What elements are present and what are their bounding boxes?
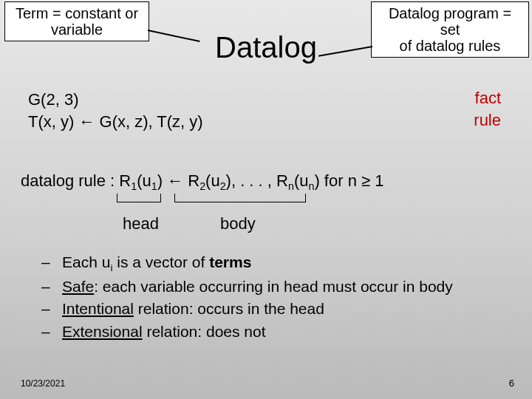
bullet-dash: – [41,321,62,343]
b3-rest: relation: occurs in the head [134,300,324,317]
bullet-4: – Extensional relation: does not [41,321,453,343]
rf-prefix: datalog rule : R [21,171,131,190]
callout-term-l1: Term = constant or [13,5,141,21]
label-head: head [123,214,159,233]
b4-u: Extensional [62,323,143,340]
bullet-4-text: Extensional relation: does not [62,321,266,343]
bullet-dash: – [41,276,62,298]
rf-o1: (u [137,171,151,190]
example-fact: G(2, 3) [28,89,203,111]
rf-s4: 2 [220,180,226,192]
rf-mid: ) ← R [157,171,200,190]
rf-s1: 1 [131,180,137,192]
bullet-2: – Safe: each variable occurring in head … [41,276,453,298]
label-body: body [220,214,256,233]
rf-o2: (u [205,171,220,190]
footer-page: 6 [509,378,514,389]
slide-title: Datalog [0,31,532,64]
bullet-dash: – [41,251,62,276]
label-rule: rule [474,111,501,130]
rf-tail: ) for n ≥ 1 [314,171,383,190]
bullet-dash: – [41,298,62,320]
bracket-head [117,194,161,202]
b4-rest: relation: does not [143,323,266,340]
bullet-1-text: Each ui is a vector of terms [62,251,251,276]
bullet-3: – Intentional relation: occurs in the he… [41,298,453,320]
b1-bold: terms [209,253,251,270]
bracket-body [174,194,306,202]
b3-u: Intentional [62,300,134,317]
rf-s3: 2 [200,180,205,192]
b1-pre: Each u [62,253,110,270]
label-fact: fact [475,89,501,108]
bullet-1: – Each ui is a vector of terms [41,251,453,276]
b2-u: Safe [62,278,94,295]
footer-date: 10/23/2021 [21,378,65,389]
rule-form: datalog rule : R1(u1) ← R2(u2), . . . , … [21,171,383,192]
bullet-2-text: Safe: each variable occurring in head mu… [62,276,453,298]
example-block: G(2, 3) T(x, y) ← G(x, z), T(z, y) [28,89,203,132]
bullet-3-text: Intentional relation: occurs in the head [62,298,324,320]
example-rule: T(x, y) ← G(x, z), T(z, y) [28,111,203,133]
rf-s5: n [288,180,294,192]
rf-mid2: ), . . . , R [226,171,288,190]
bullet-list: – Each ui is a vector of terms – Safe: e… [41,251,453,343]
rf-o3: (u [294,171,309,190]
b2-rest: : each variable occurring in head must o… [94,278,453,295]
rf-s2: 1 [151,180,157,192]
b1-mid: is a vector of [112,253,209,270]
